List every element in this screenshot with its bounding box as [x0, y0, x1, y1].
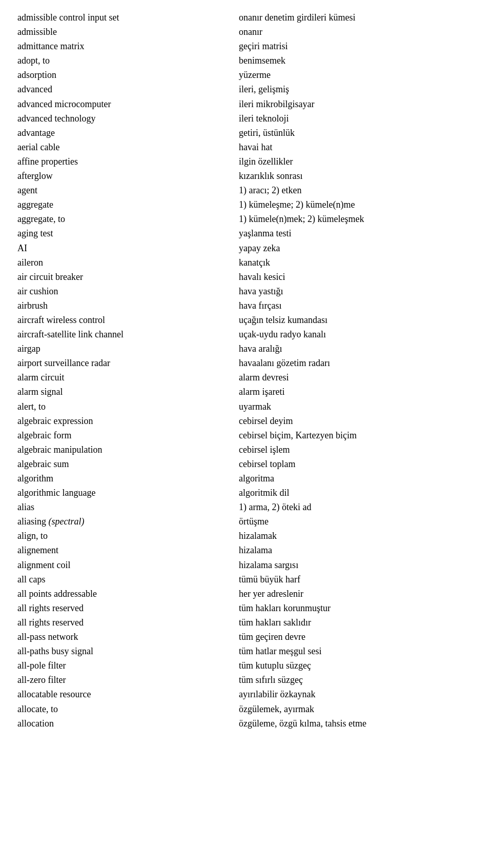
term-cell: algebraic expression — [15, 414, 237, 428]
translation-cell: tüm sıfırlı süzgeç — [237, 673, 477, 687]
term-cell: all caps — [15, 572, 237, 587]
translation-cell: yapay zeka — [237, 241, 477, 255]
translation-cell: algoritmik dil — [237, 486, 477, 500]
term-cell: adopt, to — [15, 53, 237, 68]
table-row: aerial cablehavai hat — [15, 140, 477, 154]
table-row: alignementhizalama — [15, 543, 477, 557]
translation-cell: tüm kutuplu süzgeç — [237, 658, 477, 673]
table-row: all-zero filtertüm sıfırlı süzgeç — [15, 673, 477, 687]
translation-cell: yüzerme — [237, 68, 477, 82]
table-row: aileronkanatçık — [15, 255, 477, 270]
term-cell: adsorption — [15, 68, 237, 82]
table-row: air circuit breakerhavalı kesici — [15, 270, 477, 284]
translation-cell: hava fırçası — [237, 298, 477, 313]
table-row: allocate, toözgülemek, ayırmak — [15, 702, 477, 716]
translation-cell: algoritma — [237, 471, 477, 486]
table-row: algorithmalgoritma — [15, 471, 477, 486]
translation-cell: havaalanı gözetim radarı — [237, 356, 477, 370]
table-row: aging testyaşlanma testi — [15, 226, 477, 240]
term-cell: all points addressable — [15, 587, 237, 601]
table-row: aggregate, to1) kümele(n)mek; 2) kümeleş… — [15, 212, 477, 226]
table-row: aggregate1) kümeleşme; 2) kümele(n)me — [15, 197, 477, 212]
term-cell: aircraft-satellite link channel — [15, 327, 237, 341]
term-cell: algebraic form — [15, 428, 237, 442]
translation-cell: 1) kümele(n)mek; 2) kümeleşmek — [237, 212, 477, 226]
table-row: all-paths busy signaltüm hatlar meşgul s… — [15, 644, 477, 658]
term-cell: allocate, to — [15, 702, 237, 716]
translation-cell: ileri mikrobilgisayar — [237, 97, 477, 111]
table-row: aliasing (spectral)örtüşme — [15, 514, 477, 529]
table-row: algebraic manipulationcebirsel işlem — [15, 442, 477, 457]
translation-cell: havalı kesici — [237, 270, 477, 284]
table-row: afterglowkızarıklık sonrası — [15, 169, 477, 183]
term-cell: advanced microcomputer — [15, 97, 237, 111]
table-row: advanced technologyileri teknoloji — [15, 111, 477, 126]
term-cell: advanced — [15, 82, 237, 96]
translation-cell: ayırılabilir özkaynak — [237, 687, 477, 701]
translation-cell: ileri, gelişmiş — [237, 82, 477, 96]
term-cell: allocatable resource — [15, 687, 237, 701]
term-cell: admittance matrix — [15, 39, 237, 53]
translation-cell: ileri teknoloji — [237, 111, 477, 126]
translation-cell: kanatçık — [237, 255, 477, 270]
term-cell: alarm circuit — [15, 370, 237, 385]
table-row: alert, touyarmak — [15, 399, 477, 414]
translation-cell: cebirsel işlem — [237, 442, 477, 457]
translation-cell: 1) aracı; 2) etken — [237, 183, 477, 197]
table-row: alarm signalalarm işareti — [15, 385, 477, 399]
table-row: all-pole filtertüm kutuplu süzgeç — [15, 658, 477, 673]
term-cell: all-zero filter — [15, 673, 237, 687]
term-cell: air cushion — [15, 284, 237, 298]
translation-cell: uyarmak — [237, 399, 477, 414]
term-cell: advanced technology — [15, 111, 237, 126]
translation-cell: ilgin özellikler — [237, 154, 477, 169]
term-italic-part: (spectral) — [49, 516, 85, 527]
table-row: advanced microcomputerileri mikrobilgisa… — [15, 97, 477, 111]
term-cell: all rights reserved — [15, 601, 237, 615]
table-row: advancedileri, gelişmiş — [15, 82, 477, 96]
term-cell: aliasing (spectral) — [15, 514, 237, 529]
table-row: all capstümü büyük harf — [15, 572, 477, 587]
table-row: aircraft wireless controluçağın telsiz k… — [15, 313, 477, 327]
term-cell: alignment coil — [15, 558, 237, 572]
translation-cell: yaşlanma testi — [237, 226, 477, 240]
table-row: alignment coilhizalama sargısı — [15, 558, 477, 572]
term-cell: alert, to — [15, 399, 237, 414]
term-cell: all-pole filter — [15, 658, 237, 673]
translation-cell: özgüleme, özgü kılma, tahsis etme — [237, 716, 477, 731]
translation-cell: cebirsel toplam — [237, 457, 477, 471]
table-row: all points addressableher yer adreslenir — [15, 587, 477, 601]
term-cell: air circuit breaker — [15, 270, 237, 284]
translation-cell: alarm devresi — [237, 370, 477, 385]
translation-cell: her yer adreslenir — [237, 587, 477, 601]
translation-cell: kızarıklık sonrası — [237, 169, 477, 183]
translation-cell: onanır — [237, 25, 477, 39]
term-cell: algebraic manipulation — [15, 442, 237, 457]
translation-cell: alarm işareti — [237, 385, 477, 399]
table-row: admittance matrixgeçiri matrisi — [15, 39, 477, 53]
term-cell: all rights reserved — [15, 615, 237, 630]
term-cell: alignement — [15, 543, 237, 557]
term-cell: aging test — [15, 226, 237, 240]
dictionary-table: admissible control input setonanır denet… — [15, 10, 477, 731]
translation-cell: 1) arma, 2) öteki ad — [237, 500, 477, 514]
translation-cell: özgülemek, ayırmak — [237, 702, 477, 716]
translation-cell: geçiri matrisi — [237, 39, 477, 53]
translation-cell: hizalama — [237, 543, 477, 557]
term-cell: AI — [15, 241, 237, 255]
translation-cell: getiri, üstünlük — [237, 126, 477, 140]
translation-cell: hava yastığı — [237, 284, 477, 298]
table-row: advantagegetiri, üstünlük — [15, 126, 477, 140]
table-row: aircraft-satellite link channeluçak-uydu… — [15, 327, 477, 341]
translation-cell: örtüşme — [237, 514, 477, 529]
term-cell: affine properties — [15, 154, 237, 169]
term-cell: alias — [15, 500, 237, 514]
term-cell: advantage — [15, 126, 237, 140]
translation-cell: hizalama sargısı — [237, 558, 477, 572]
term-cell: aggregate, to — [15, 212, 237, 226]
term-cell: airbrush — [15, 298, 237, 313]
table-row: adsorptionyüzerme — [15, 68, 477, 82]
table-row: all rights reservedtüm hakları korunmuşt… — [15, 601, 477, 615]
table-row: algebraic expressioncebirsel deyim — [15, 414, 477, 428]
table-row: algebraic sumcebirsel toplam — [15, 457, 477, 471]
